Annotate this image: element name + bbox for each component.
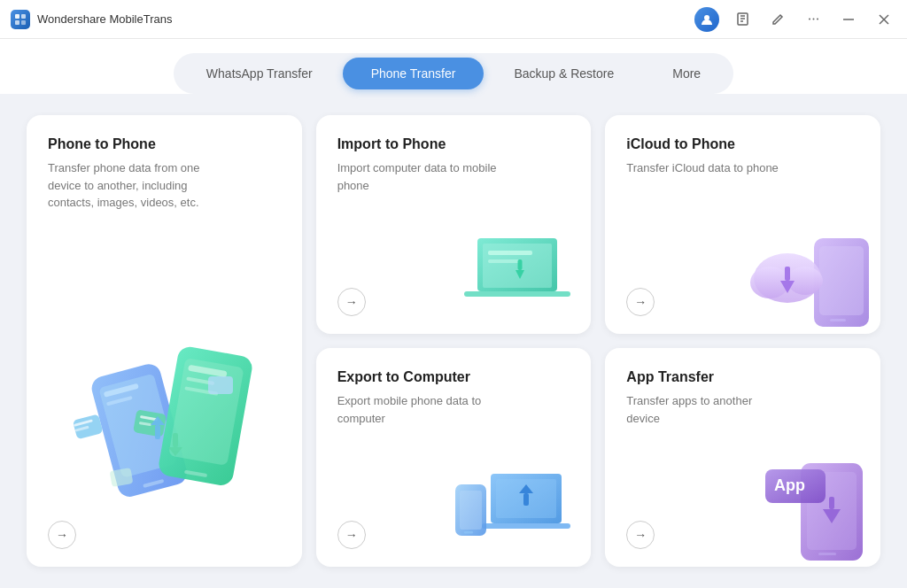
svg-rect-36: [483, 244, 552, 288]
svg-rect-32: [173, 433, 178, 447]
svg-point-6: [809, 19, 810, 20]
svg-rect-38: [488, 251, 532, 255]
nav-tabs: WhatsApp Transfer Phone Transfer Backup …: [174, 53, 733, 94]
card-export-title: Export to Computer: [337, 369, 570, 385]
card-phone-to-phone-title: Phone to Phone: [48, 136, 281, 152]
main-content: Phone to Phone Transfer phone data from …: [0, 94, 907, 588]
card-export-arrow[interactable]: →: [337, 521, 366, 549]
card-app-transfer[interactable]: App Transfer Transfer apps to another de…: [605, 348, 880, 567]
svg-text:App: App: [774, 476, 805, 494]
svg-rect-52: [482, 523, 570, 529]
svg-rect-0: [15, 14, 19, 19]
nav-container: WhatsApp Transfer Phone Transfer Backup …: [0, 39, 907, 94]
card-phone-to-phone[interactable]: Phone to Phone Transfer phone data from …: [27, 115, 302, 567]
card-import-title: Import to Phone: [337, 136, 570, 152]
card-app-arrow[interactable]: →: [626, 521, 655, 549]
card-icloud-arrow[interactable]: →: [626, 288, 655, 316]
tab-phone-transfer[interactable]: Phone Transfer: [343, 58, 485, 89]
svg-rect-64: [829, 497, 834, 509]
card-icloud-desc: Transfer iCloud data to phone: [626, 159, 786, 177]
card-export-to-computer[interactable]: Export to Computer Export mobile phone d…: [316, 348, 592, 567]
svg-rect-49: [785, 267, 790, 281]
card-import-desc: Import computer data to mobile phone: [337, 159, 497, 194]
svg-rect-3: [21, 20, 26, 25]
app-title: Wondershare MobileTrans: [37, 12, 172, 26]
card-phone-to-phone-arrow[interactable]: →: [48, 521, 76, 549]
svg-rect-33: [208, 376, 233, 394]
window-controls: [694, 7, 896, 32]
close-button[interactable]: [872, 7, 896, 32]
tab-whatsapp[interactable]: WhatsApp Transfer: [178, 58, 341, 89]
minimize-button[interactable]: [836, 7, 861, 32]
card-import-arrow[interactable]: →: [337, 288, 366, 316]
card-icloud-title: iCloud to Phone: [626, 136, 859, 152]
svg-rect-30: [155, 425, 160, 439]
svg-rect-1: [21, 14, 26, 19]
svg-rect-57: [464, 531, 473, 534]
card-export-desc: Export mobile phone data to computer: [337, 392, 497, 427]
svg-rect-2: [15, 20, 19, 25]
svg-point-7: [812, 19, 814, 20]
titlebar: Wondershare MobileTrans: [0, 0, 907, 39]
bookmark-button[interactable]: [730, 7, 755, 32]
svg-rect-41: [518, 259, 523, 270]
svg-rect-37: [464, 291, 570, 297]
card-app-desc: Transfer apps to another device: [626, 392, 786, 427]
card-phone-to-phone-desc: Transfer phone data from one device to a…: [48, 159, 207, 212]
user-avatar-button[interactable]: [694, 7, 719, 32]
menu-button[interactable]: [801, 7, 826, 32]
svg-point-8: [817, 19, 818, 20]
tab-backup[interactable]: Backup & Restore: [485, 58, 642, 89]
svg-rect-44: [830, 319, 846, 321]
tab-more[interactable]: More: [644, 58, 729, 89]
edit-button[interactable]: [765, 7, 790, 32]
svg-rect-56: [460, 491, 482, 530]
svg-rect-43: [819, 246, 864, 315]
svg-rect-39: [488, 259, 520, 263]
card-app-title: App Transfer: [626, 369, 859, 385]
card-import-to-phone[interactable]: Import to Phone Import computer data to …: [316, 115, 592, 334]
svg-rect-60: [818, 553, 836, 555]
svg-rect-54: [523, 493, 529, 506]
card-icloud-to-phone[interactable]: iCloud to Phone Transfer iCloud data to …: [605, 115, 880, 334]
app-logo: [11, 10, 30, 29]
